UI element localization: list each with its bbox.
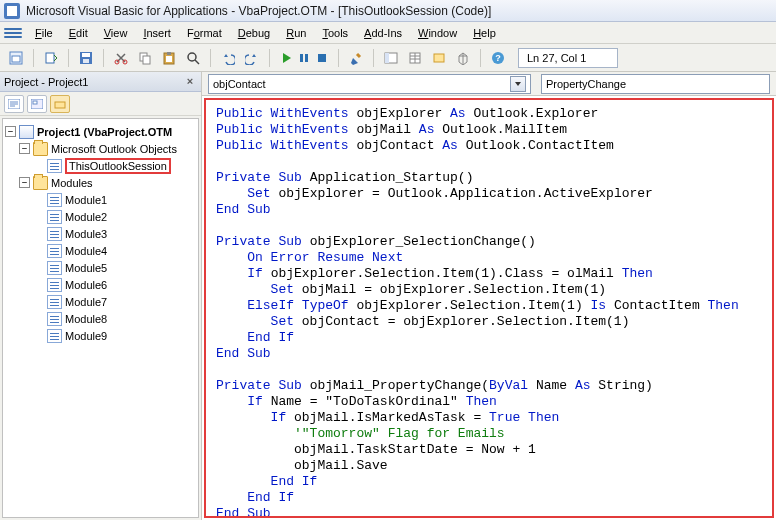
- view-code-icon[interactable]: [4, 95, 24, 113]
- module-item[interactable]: Module2: [65, 211, 107, 223]
- title-bar: Microsoft Visual Basic for Applications …: [0, 0, 776, 22]
- folder-icon: [33, 176, 48, 190]
- view-outlook-icon[interactable]: [6, 48, 26, 68]
- svg-rect-2: [46, 53, 54, 63]
- project-panel-title: Project - Project1: [4, 76, 88, 88]
- module-item[interactable]: Module3: [65, 228, 107, 240]
- module-icon: [47, 295, 62, 309]
- copy-icon[interactable]: [135, 48, 155, 68]
- redo-icon[interactable]: [242, 48, 262, 68]
- menu-bar: File Edit View Insert Format Debug Run T…: [0, 22, 776, 44]
- code-editor[interactable]: Public WithEvents objExplorer As Outlook…: [204, 98, 774, 518]
- svg-rect-1: [12, 56, 20, 62]
- module-icon: [47, 261, 62, 275]
- reset-icon[interactable]: [313, 48, 331, 68]
- save-icon[interactable]: [76, 48, 96, 68]
- dropdown-arrow-icon[interactable]: [510, 76, 526, 92]
- project-explorer-panel: Project - Project1 × −Project1 (VbaProje…: [0, 72, 202, 520]
- help-icon[interactable]: ?: [488, 48, 508, 68]
- svg-point-13: [188, 53, 196, 61]
- undo-icon[interactable]: [218, 48, 238, 68]
- folder-modules[interactable]: Modules: [51, 177, 93, 189]
- find-icon[interactable]: [183, 48, 203, 68]
- svg-rect-25: [33, 101, 37, 104]
- svg-rect-5: [83, 59, 89, 63]
- module-icon: [47, 210, 62, 224]
- module-icon: [47, 244, 62, 258]
- menu-debug[interactable]: Debug: [231, 25, 277, 41]
- module-item[interactable]: Module8: [65, 313, 107, 325]
- menu-edit[interactable]: Edit: [62, 25, 95, 41]
- procedure-dropdown[interactable]: PropertyChange: [541, 74, 770, 94]
- module-icon: [47, 159, 62, 173]
- insert-module-icon[interactable]: [41, 48, 61, 68]
- menu-tools[interactable]: Tools: [315, 25, 355, 41]
- run-icon[interactable]: [277, 48, 295, 68]
- menu-window[interactable]: Window: [411, 25, 464, 41]
- module-item[interactable]: Module9: [65, 330, 107, 342]
- menu-insert[interactable]: Insert: [136, 25, 178, 41]
- module-item[interactable]: Module6: [65, 279, 107, 291]
- menu-run[interactable]: Run: [279, 25, 313, 41]
- view-object-icon[interactable]: [27, 95, 47, 113]
- code-navigation-bar: objContact PropertyChange: [202, 72, 776, 96]
- svg-text:?: ?: [495, 53, 501, 63]
- project-icon: [19, 125, 34, 139]
- paste-icon[interactable]: [159, 48, 179, 68]
- module-item[interactable]: Module7: [65, 296, 107, 308]
- window-title: Microsoft Visual Basic for Applications …: [26, 4, 491, 18]
- object-dropdown[interactable]: objContact: [208, 74, 531, 94]
- menu-format[interactable]: Format: [180, 25, 229, 41]
- module-icon: [47, 329, 62, 343]
- folder-outlook-objects[interactable]: Microsoft Outlook Objects: [51, 143, 177, 155]
- toggle-folders-icon[interactable]: [50, 95, 70, 113]
- project-view-buttons: [0, 92, 201, 116]
- toolbox-icon[interactable]: [453, 48, 473, 68]
- module-item[interactable]: Module5: [65, 262, 107, 274]
- svg-rect-18: [385, 53, 389, 63]
- code-pane: objContact PropertyChange Public WithEve…: [202, 72, 776, 520]
- object-browser-icon[interactable]: [429, 48, 449, 68]
- cut-icon[interactable]: [111, 48, 131, 68]
- svg-rect-12: [166, 56, 172, 62]
- menu-file[interactable]: File: [28, 25, 60, 41]
- this-outlook-session[interactable]: ThisOutlookSession: [65, 158, 171, 174]
- svg-rect-11: [167, 52, 171, 55]
- svg-rect-9: [143, 56, 150, 64]
- svg-rect-20: [434, 54, 444, 62]
- object-dropdown-value: objContact: [213, 78, 266, 90]
- module-item[interactable]: Module4: [65, 245, 107, 257]
- system-menu-icon[interactable]: [4, 25, 22, 41]
- module-icon: [47, 193, 62, 207]
- break-icon[interactable]: [295, 48, 313, 68]
- svg-rect-16: [318, 54, 326, 62]
- module-item[interactable]: Module1: [65, 194, 107, 206]
- svg-rect-26: [55, 102, 65, 108]
- module-icon: [47, 312, 62, 326]
- svg-rect-15: [305, 54, 308, 62]
- project-panel-header: Project - Project1 ×: [0, 72, 201, 92]
- svg-rect-4: [82, 53, 90, 57]
- svg-rect-14: [300, 54, 303, 62]
- menu-view[interactable]: View: [97, 25, 135, 41]
- procedure-dropdown-value: PropertyChange: [546, 78, 626, 90]
- menu-help[interactable]: Help: [466, 25, 503, 41]
- project-tree[interactable]: −Project1 (VbaProject.OTM −Microsoft Out…: [2, 118, 199, 518]
- design-mode-icon[interactable]: [346, 48, 366, 68]
- module-icon: [47, 227, 62, 241]
- project-root[interactable]: Project1 (VbaProject.OTM: [37, 126, 172, 138]
- properties-icon[interactable]: [405, 48, 425, 68]
- toolbar: ? Ln 27, Col 1: [0, 44, 776, 72]
- close-panel-icon[interactable]: ×: [183, 75, 197, 89]
- folder-icon: [33, 142, 48, 156]
- menu-addins[interactable]: Add-Ins: [357, 25, 409, 41]
- module-icon: [47, 278, 62, 292]
- app-icon: [4, 3, 20, 19]
- cursor-position: Ln 27, Col 1: [518, 48, 618, 68]
- project-explorer-icon[interactable]: [381, 48, 401, 68]
